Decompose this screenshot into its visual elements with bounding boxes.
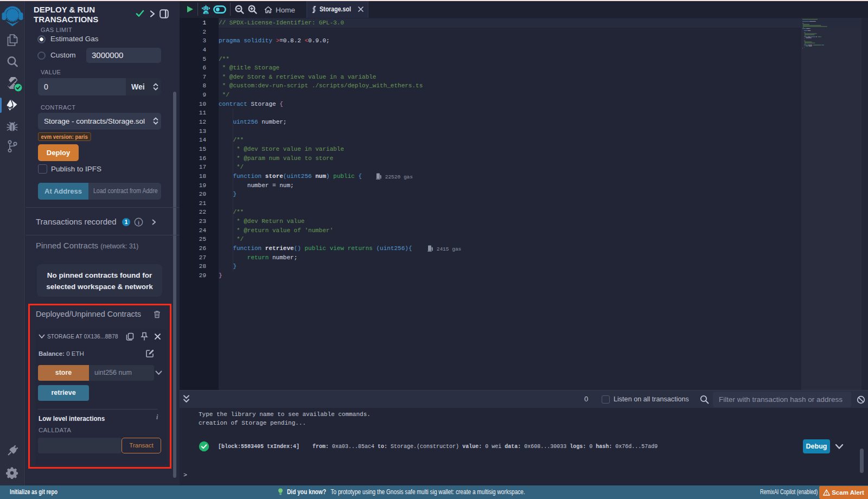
svg-text:i: i [138, 219, 139, 226]
